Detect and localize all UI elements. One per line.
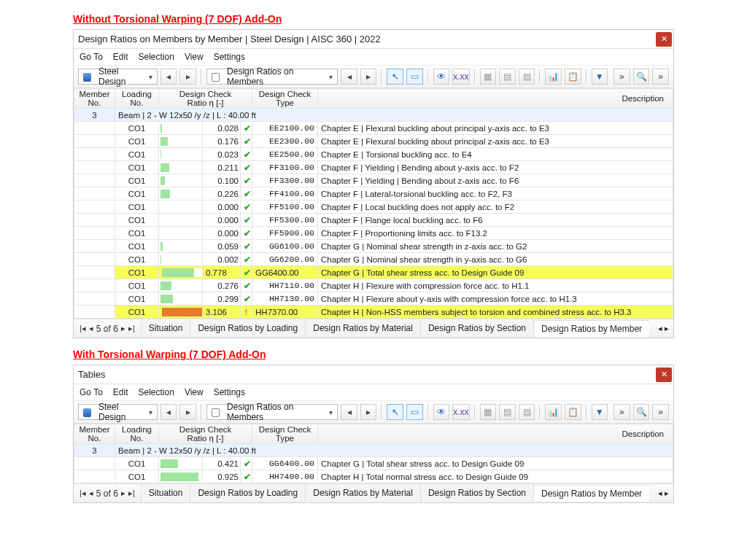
- dimension-button[interactable]: x.xx: [452, 404, 469, 420]
- grid-button-3[interactable]: ▤: [519, 69, 535, 85]
- eye-button[interactable]: 👁: [433, 69, 450, 85]
- menu-item[interactable]: Settings: [214, 52, 245, 62]
- table-row[interactable]: CO1 0.028 ✔ EE2100.00 Chapter E | Flexur…: [74, 122, 673, 135]
- footer-tab[interactable]: Situation: [141, 485, 190, 502]
- record-nav[interactable]: |◂ ◂ 5 of 6 ▸ ▸|: [74, 324, 141, 334]
- more2-button[interactable]: »: [652, 404, 669, 420]
- export-button[interactable]: 📋: [565, 404, 581, 420]
- nav-prev-button[interactable]: ◂: [160, 69, 177, 85]
- table-row[interactable]: CO1 0.421 ✔ GG6400.00 Chapter G | Total …: [74, 457, 673, 470]
- subview-next-button[interactable]: ▸: [360, 404, 377, 420]
- col-loading-no[interactable]: LoadingNo.: [115, 424, 159, 444]
- nav-next-icon[interactable]: ▸: [121, 489, 125, 498]
- col-dctype[interactable]: Design CheckType: [252, 89, 318, 109]
- subview-dropdown[interactable]: Design Ratios on Members ▾: [206, 69, 338, 85]
- table-row[interactable]: CO1 0.000 ✔ FF5100.00 Chapter F | Local …: [74, 201, 673, 214]
- group-row[interactable]: 3 Beam | 2 - W 12x50 /y /z | L : 40.00 f…: [74, 444, 673, 457]
- grid-button-1[interactable]: ▦: [480, 404, 497, 420]
- menu-item[interactable]: View: [185, 52, 204, 62]
- subview-prev-button[interactable]: ◂: [341, 404, 357, 420]
- footer-tab[interactable]: Design Ratios by Material: [305, 485, 420, 502]
- nav-first-icon[interactable]: |◂: [80, 489, 86, 498]
- results-table[interactable]: MemberNo. LoadingNo. Design CheckRatio η…: [74, 424, 673, 483]
- footer-tab[interactable]: Design Ratios by Section: [420, 320, 533, 337]
- table-row[interactable]: CO1 0.176 ✔ EE2300.00 Chapter E | Flexur…: [74, 135, 673, 148]
- footer-tab[interactable]: Design Ratios by Material: [305, 320, 420, 337]
- module-dropdown[interactable]: Steel Design ▾: [78, 404, 158, 420]
- more-button[interactable]: »: [614, 69, 630, 85]
- nav-next-button[interactable]: ▸: [179, 69, 196, 85]
- zoom-button[interactable]: 🔍: [633, 404, 650, 420]
- nav-last-icon[interactable]: ▸|: [128, 489, 135, 498]
- table-row[interactable]: CO1 0.002 ✔ GG6200.00 Chapter G | Nomina…: [74, 253, 673, 266]
- table-row[interactable]: CO1 0.276 ✔ HH7110.00 Chapter H | Flexur…: [74, 279, 673, 292]
- tab-scroll[interactable]: ◂ ▸: [654, 489, 673, 498]
- dimension-button[interactable]: x.xx: [452, 69, 469, 85]
- table-row[interactable]: CO1 0.000 ✔ FF5900.00 Chapter F | Propor…: [74, 227, 673, 240]
- grid-button-2[interactable]: ▤: [499, 69, 516, 85]
- col-member-no[interactable]: MemberNo.: [74, 424, 115, 444]
- footer-tab[interactable]: Design Ratios by Member: [533, 320, 649, 337]
- group-row[interactable]: 3 Beam | 2 - W 12x50 /y /z | L : 40.00 f…: [74, 109, 673, 122]
- close-button[interactable]: ✕: [656, 368, 672, 382]
- nav-prev-icon[interactable]: ◂: [89, 489, 93, 498]
- filter-button[interactable]: ▼: [592, 69, 608, 85]
- results-table[interactable]: MemberNo. LoadingNo. Design CheckRatio η…: [74, 88, 673, 319]
- chart-button[interactable]: 📊: [545, 404, 562, 420]
- module-dropdown[interactable]: Steel Design ▾: [78, 69, 158, 85]
- col-desc[interactable]: Description: [318, 424, 673, 444]
- nav-first-icon[interactable]: |◂: [80, 324, 86, 333]
- table-row[interactable]: CO1 0.059 ✔ GG6100.00 Chapter G | Nomina…: [74, 240, 673, 253]
- table-row[interactable]: CO1 0.226 ✔ FF4100.00 Chapter F | Latera…: [74, 187, 673, 201]
- menu-item[interactable]: Go To: [80, 52, 103, 62]
- menu-item[interactable]: Selection: [139, 52, 174, 62]
- table-row[interactable]: CO1 0.925 ✔ HH7400.00 Chapter H | Total …: [74, 470, 673, 483]
- col-ratio[interactable]: Design CheckRatio η [-]: [159, 424, 252, 444]
- menu-item[interactable]: View: [185, 387, 204, 397]
- footer-tab[interactable]: Design Ratios by Section: [420, 485, 533, 502]
- grid-button-3[interactable]: ▤: [519, 404, 535, 420]
- menu-item[interactable]: Edit: [113, 52, 128, 62]
- nav-next-icon[interactable]: ▸: [121, 324, 125, 333]
- select-arrow-button[interactable]: ↖: [387, 69, 403, 85]
- zoom-button[interactable]: 🔍: [633, 69, 650, 85]
- table-row[interactable]: CO1 0.100 ✔ FF3300.00 Chapter F | Yieldi…: [74, 174, 673, 187]
- grid-button-1[interactable]: ▦: [480, 69, 497, 85]
- table-row[interactable]: CO1 0.211 ✔ FF3100.00 Chapter F | Yieldi…: [74, 161, 673, 174]
- col-member-no[interactable]: MemberNo.: [74, 89, 115, 109]
- grid-button-2[interactable]: ▤: [499, 404, 516, 420]
- select-rect-button[interactable]: ▭: [406, 404, 423, 420]
- chart-button[interactable]: 📊: [545, 69, 562, 85]
- footer-tab[interactable]: Situation: [141, 320, 190, 337]
- export-button[interactable]: 📋: [565, 69, 581, 85]
- col-dctype[interactable]: Design CheckType: [252, 424, 318, 444]
- more2-button[interactable]: »: [652, 69, 669, 85]
- footer-tab[interactable]: Design Ratios by Loading: [190, 485, 305, 502]
- col-loading-no[interactable]: LoadingNo.: [115, 89, 159, 109]
- select-rect-button[interactable]: ▭: [406, 69, 423, 85]
- nav-prev-icon[interactable]: ◂: [89, 324, 93, 333]
- subview-prev-button[interactable]: ◂: [341, 69, 357, 85]
- menu-item[interactable]: Go To: [80, 387, 103, 397]
- close-button[interactable]: ✕: [656, 32, 672, 47]
- footer-tab[interactable]: Design Ratios by Loading: [190, 320, 305, 337]
- table-row[interactable]: CO1 0.778 ✔ GG6400.00 Chapter G | Total …: [74, 266, 673, 279]
- nav-prev-button[interactable]: ◂: [160, 404, 177, 420]
- table-row[interactable]: CO1 3.106 ! HH7370.00 Chapter H | Non-HS…: [74, 306, 673, 319]
- eye-button[interactable]: 👁: [433, 404, 450, 420]
- menu-item[interactable]: Edit: [113, 387, 128, 397]
- filter-button[interactable]: ▼: [592, 404, 608, 420]
- table-row[interactable]: CO1 0.299 ✔ HH7130.00 Chapter H | Flexur…: [74, 292, 673, 306]
- select-arrow-button[interactable]: ↖: [387, 404, 403, 420]
- footer-tab[interactable]: Design Ratios by Member: [533, 485, 649, 502]
- subview-dropdown[interactable]: Design Ratios on Members ▾: [206, 404, 338, 420]
- more-button[interactable]: »: [614, 404, 630, 420]
- table-row[interactable]: CO1 0.000 ✔ FF5300.00 Chapter F | Flange…: [74, 214, 673, 227]
- table-row[interactable]: CO1 0.023 ✔ EE2500.00 Chapter E | Torsio…: [74, 148, 673, 161]
- menu-item[interactable]: Selection: [139, 387, 174, 397]
- col-ratio[interactable]: Design CheckRatio η [-]: [159, 89, 252, 109]
- nav-last-icon[interactable]: ▸|: [128, 324, 135, 333]
- subview-next-button[interactable]: ▸: [360, 69, 377, 85]
- record-nav[interactable]: |◂ ◂ 5 of 6 ▸ ▸|: [74, 489, 141, 499]
- col-desc[interactable]: Description: [318, 89, 673, 109]
